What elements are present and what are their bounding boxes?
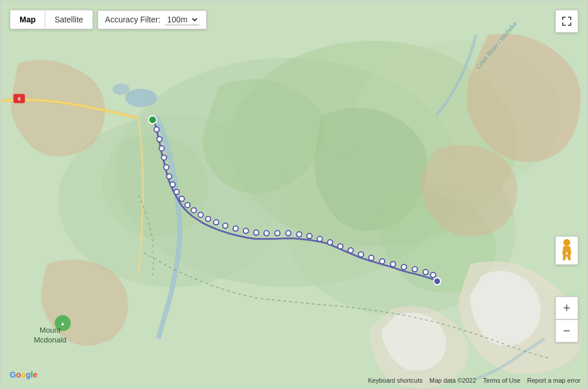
svg-point-36 bbox=[307, 233, 312, 238]
bottom-bar: Keyboard shortcuts Map data ©2022 Terms … bbox=[1, 372, 587, 388]
svg-point-33 bbox=[275, 230, 280, 236]
svg-point-23 bbox=[185, 202, 190, 207]
svg-point-16 bbox=[159, 146, 164, 151]
map-data-label: Map data ©2022 bbox=[430, 377, 477, 384]
svg-point-47 bbox=[423, 269, 428, 275]
accuracy-select[interactable]: 10m 50m 100m 500m 1km bbox=[165, 14, 199, 25]
svg-point-17 bbox=[161, 155, 167, 160]
keyboard-shortcuts-link[interactable]: Keyboard shortcuts bbox=[368, 377, 423, 384]
map-button[interactable]: Map bbox=[10, 10, 45, 29]
satellite-button[interactable]: Satellite bbox=[45, 10, 92, 29]
svg-point-38 bbox=[327, 240, 332, 245]
map-controls: Map Satellite Accuracy Filter: 10m 50m 1… bbox=[10, 10, 207, 29]
svg-point-28 bbox=[223, 223, 228, 228]
svg-point-25 bbox=[198, 212, 203, 217]
zoom-in-button[interactable]: + bbox=[555, 296, 578, 319]
svg-point-35 bbox=[296, 232, 301, 237]
svg-point-30 bbox=[243, 228, 249, 233]
zoom-controls: + − bbox=[555, 296, 578, 342]
svg-point-20 bbox=[170, 182, 175, 187]
map-type-buttons: Map Satellite bbox=[10, 10, 93, 29]
svg-point-32 bbox=[264, 230, 269, 236]
svg-point-41 bbox=[358, 252, 363, 257]
map-background: 6 Cook River / Weheka ▲ bbox=[1, 1, 587, 388]
svg-text:6: 6 bbox=[18, 96, 21, 102]
svg-point-42 bbox=[369, 255, 374, 260]
accuracy-filter: Accuracy Filter: 10m 50m 100m 500m 1km bbox=[98, 10, 207, 29]
svg-point-15 bbox=[157, 137, 162, 142]
svg-point-7 bbox=[113, 84, 130, 95]
svg-point-22 bbox=[179, 196, 184, 201]
svg-point-19 bbox=[167, 174, 172, 179]
svg-point-48 bbox=[431, 272, 436, 278]
svg-point-29 bbox=[233, 226, 238, 231]
svg-point-13 bbox=[149, 115, 157, 124]
svg-point-45 bbox=[401, 264, 407, 269]
svg-point-50 bbox=[563, 239, 570, 246]
svg-point-43 bbox=[380, 259, 385, 264]
svg-point-49 bbox=[434, 278, 440, 285]
fullscreen-button[interactable] bbox=[555, 10, 578, 33]
svg-point-18 bbox=[164, 165, 169, 170]
svg-point-40 bbox=[348, 248, 353, 253]
svg-point-44 bbox=[390, 261, 396, 267]
svg-point-6 bbox=[125, 89, 157, 107]
map-container: 6 Cook River / Weheka ▲ bbox=[0, 0, 588, 389]
svg-point-37 bbox=[317, 236, 322, 241]
zoom-out-button[interactable]: − bbox=[555, 319, 578, 342]
pegman-button[interactable] bbox=[555, 236, 578, 265]
svg-point-31 bbox=[254, 230, 259, 235]
fullscreen-icon bbox=[561, 16, 572, 27]
accuracy-filter-label: Accuracy Filter: bbox=[105, 15, 160, 24]
svg-point-24 bbox=[191, 207, 196, 213]
mount-mcdonald-label: MountMcdonald bbox=[34, 326, 66, 345]
svg-point-34 bbox=[286, 230, 291, 236]
svg-point-21 bbox=[174, 190, 179, 195]
svg-point-39 bbox=[338, 244, 343, 249]
svg-point-26 bbox=[206, 216, 211, 221]
svg-point-14 bbox=[154, 127, 159, 132]
svg-point-46 bbox=[412, 267, 417, 272]
report-error-link[interactable]: Report a map error bbox=[527, 377, 581, 384]
pegman-icon bbox=[559, 238, 575, 263]
svg-point-27 bbox=[214, 219, 219, 225]
terms-of-use-link[interactable]: Terms of Use bbox=[483, 377, 520, 384]
